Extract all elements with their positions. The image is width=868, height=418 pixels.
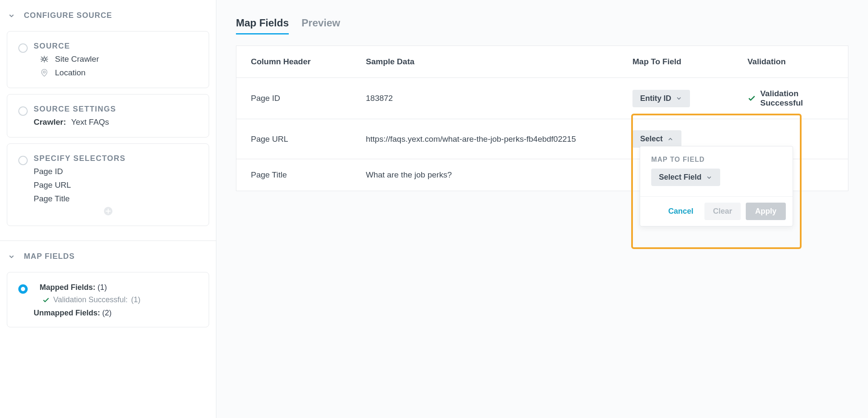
unmapped-fields-count: (2) [102, 309, 112, 317]
cell-sample-data: What are the job perks? [351, 159, 618, 191]
selector-item: Page ID [34, 163, 198, 177]
source-location-label: Location [55, 68, 86, 77]
settings-field-label: Crawler: [34, 117, 66, 127]
section-title: MAP FIELDS [24, 252, 75, 261]
section-title: CONFIGURE SOURCE [24, 11, 112, 20]
cell-sample-data: https://faqs.yext.com/what-are-the-job-p… [351, 119, 618, 159]
mapped-fields-count: (1) [98, 283, 107, 292]
source-settings-row: Crawler: Yext FAQs [34, 114, 198, 128]
th-validation: Validation [733, 46, 848, 78]
radio-icon [18, 106, 28, 116]
svg-point-1 [43, 71, 46, 73]
settings-field-value: Yext FAQs [71, 117, 109, 127]
tab-map-fields[interactable]: Map Fields [236, 17, 289, 34]
cell-validation: Validation Successful [733, 78, 848, 119]
radio-icon [18, 156, 28, 165]
map-to-field-popover: MAP TO FIELD Select Field Cancel Clear A… [640, 146, 793, 226]
tabs: Map Fields Preview [236, 17, 848, 34]
source-crawler-label: Site Crawler [55, 54, 99, 64]
add-selector-button[interactable] [18, 204, 198, 216]
main-content: Map Fields Preview Column Header Sample … [216, 0, 868, 418]
unmapped-fields-label: Unmapped Fields: [34, 309, 100, 317]
source-item-location: Location [39, 65, 198, 78]
selector-item: Page URL [34, 177, 198, 191]
apply-button[interactable]: Apply [746, 203, 786, 220]
section-toggle-configure-source[interactable]: CONFIGURE SOURCE [0, 0, 216, 31]
chevron-down-icon [8, 253, 16, 261]
chevron-down-icon [706, 174, 713, 181]
map-field-select-button[interactable]: Select [632, 130, 681, 148]
map-field-select-button[interactable]: Entity ID [632, 90, 690, 107]
card-source-settings[interactable]: SOURCE SETTINGS Crawler: Yext FAQs [7, 94, 209, 137]
check-icon [747, 94, 756, 103]
configure-source-body: SOURCE Site Crawler [0, 31, 216, 239]
validation-summary-row: Validation Successful: (1) [42, 295, 198, 304]
chevron-down-icon [8, 12, 16, 20]
chevron-up-icon [667, 136, 674, 143]
cell-column-header: Page Title [236, 159, 351, 191]
card-specify-selectors[interactable]: SPECIFY SELECTORS Page ID Page URL Page … [7, 143, 209, 226]
th-sample-data: Sample Data [351, 46, 618, 78]
validation-label: Validation Successful: [53, 295, 128, 304]
selector-item: Page Title [34, 191, 198, 204]
popover-title: MAP TO FIELD [651, 156, 782, 163]
th-map-to-field: Map To Field [618, 46, 733, 78]
plus-circle-icon [103, 206, 113, 216]
card-title-text: SOURCE [34, 42, 70, 51]
radio-active-icon [18, 284, 28, 294]
source-item-site-crawler: Site Crawler [39, 51, 198, 65]
cancel-button[interactable]: Cancel [662, 203, 699, 220]
cell-column-header: Page URL [236, 119, 351, 159]
card-map-fields-summary[interactable]: Mapped Fields: (1) Validation Successful… [7, 272, 209, 327]
cell-column-header: Page ID [236, 78, 351, 119]
card-title-text: SOURCE SETTINGS [34, 105, 116, 114]
location-pin-icon [39, 68, 50, 77]
cell-map-to-field: Entity ID [618, 78, 733, 119]
sidebar: CONFIGURE SOURCE SOURCE Site Cr [0, 0, 216, 418]
tab-preview[interactable]: Preview [302, 17, 340, 34]
check-icon [42, 296, 50, 304]
th-column-header: Column Header [236, 46, 351, 78]
chevron-down-icon [675, 95, 682, 102]
card-title-text: SPECIFY SELECTORS [34, 154, 126, 163]
table-row: Page ID 183872 Entity ID V [236, 78, 848, 119]
validation-count: (1) [131, 295, 141, 304]
spider-icon [39, 54, 50, 64]
radio-icon [18, 43, 28, 53]
select-field-dropdown[interactable]: Select Field [651, 169, 720, 186]
validation-text: Validation Successful [760, 89, 834, 108]
section-toggle-map-fields[interactable]: MAP FIELDS [0, 241, 216, 272]
mapped-fields-label: Mapped Fields: [40, 283, 95, 292]
cell-sample-data: 183872 [351, 78, 618, 119]
clear-button[interactable]: Clear [704, 203, 741, 220]
map-fields-body: Mapped Fields: (1) Validation Successful… [0, 272, 216, 340]
card-source[interactable]: SOURCE Site Crawler [7, 31, 209, 88]
